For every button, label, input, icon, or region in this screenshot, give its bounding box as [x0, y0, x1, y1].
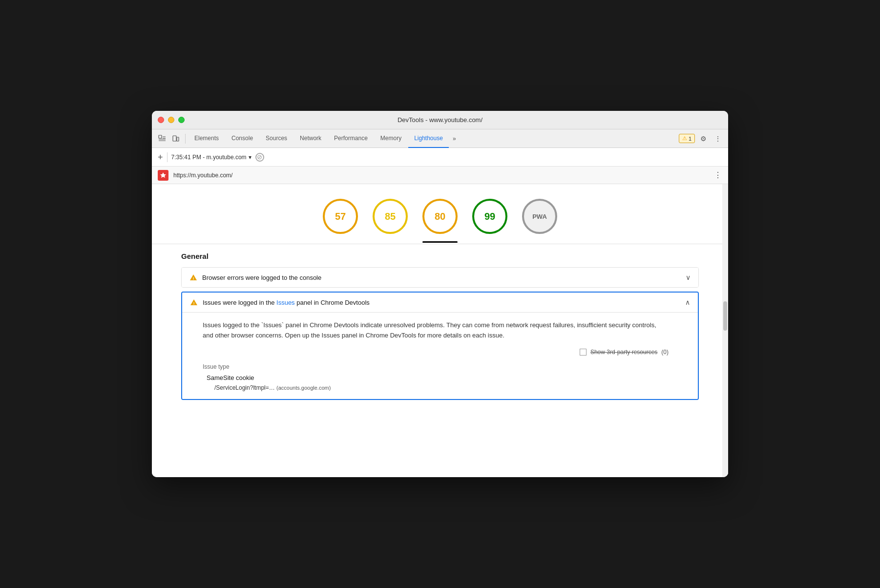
- scores-row: 57 85 80 99 PWA: [152, 194, 728, 244]
- tab-network[interactable]: Network: [294, 129, 327, 148]
- toolbar: + 7:35:41 PM - m.youtube.com ▾ ⊘: [152, 148, 728, 167]
- svg-marker-3: [160, 172, 166, 178]
- more-options-button[interactable]: ⋮: [712, 132, 724, 145]
- tab-performance[interactable]: Performance: [328, 129, 374, 148]
- audit-browser-errors-header[interactable]: ! Browser errors were logged to the cons…: [182, 268, 698, 287]
- issue-url: /ServiceLogin?ltmpl=… (accounts.google.c…: [203, 384, 669, 391]
- warning-icon-browser: !: [189, 273, 197, 281]
- section-title: General: [181, 252, 699, 260]
- tab-bar-right: ⚠ 1 ⚙ ⋮: [679, 132, 724, 145]
- count-badge: (0): [661, 349, 669, 356]
- block-icon[interactable]: ⊘: [255, 153, 264, 162]
- url-bar: https://m.youtube.com/ ⋮: [152, 167, 728, 184]
- tab-separator: [185, 134, 186, 144]
- score-pwa[interactable]: PWA: [522, 199, 557, 234]
- general-section: General ! Browser errors were logged to …: [152, 252, 728, 400]
- warning-icon-issues: !: [190, 298, 198, 306]
- tab-elements[interactable]: Elements: [189, 129, 225, 148]
- svg-text:!: !: [193, 301, 195, 306]
- svg-text:!: !: [193, 276, 194, 281]
- audit-issues-body: Issues logged to the `Issues` panel in C…: [182, 313, 698, 399]
- dropdown-arrow[interactable]: ▾: [249, 154, 251, 161]
- lighthouse-icon: [158, 170, 168, 181]
- device-toggle-icon[interactable]: [169, 132, 182, 145]
- close-button[interactable]: [158, 117, 164, 123]
- time-label: 7:35:41 PM - m.youtube.com ▾: [171, 154, 251, 161]
- svg-rect-1: [173, 136, 176, 141]
- add-tab-button[interactable]: +: [158, 153, 163, 162]
- score-best-practices[interactable]: 80: [422, 199, 458, 234]
- warning-icon: ⚠: [682, 135, 687, 142]
- url-display[interactable]: https://m.youtube.com/: [173, 172, 709, 179]
- title-bar: DevTools - www.youtube.com/: [152, 111, 728, 129]
- tab-sources[interactable]: Sources: [260, 129, 293, 148]
- issue-type-label: Issue type: [203, 363, 669, 370]
- traffic-lights: [158, 117, 185, 123]
- score-performance[interactable]: 57: [323, 199, 358, 234]
- tab-memory[interactable]: Memory: [375, 129, 407, 148]
- show-3rd-party-label: Show 3rd-party resources: [590, 349, 657, 356]
- svg-rect-2: [177, 137, 179, 141]
- issues-link[interactable]: Issues: [276, 299, 295, 306]
- inspect-icon[interactable]: [156, 132, 168, 145]
- tab-lighthouse[interactable]: Lighthouse: [408, 129, 449, 148]
- tab-console[interactable]: Console: [226, 129, 259, 148]
- active-score-indicator: [422, 241, 458, 243]
- audit-issues-label: Issues were logged in the Issues panel i…: [203, 299, 680, 306]
- audit-browser-errors-chevron[interactable]: ∨: [686, 273, 691, 281]
- svg-rect-0: [159, 135, 162, 138]
- score-seo[interactable]: 99: [472, 199, 507, 234]
- minimize-button[interactable]: [168, 117, 174, 123]
- audit-browser-errors: ! Browser errors were logged to the cons…: [181, 267, 699, 288]
- show-3rd-party-row: Show 3rd-party resources (0): [203, 349, 669, 356]
- scrollbar-thumb[interactable]: [723, 301, 727, 331]
- settings-button[interactable]: ⚙: [697, 132, 710, 145]
- section-divider: [152, 244, 728, 244]
- audit-issues-chevron[interactable]: ∧: [685, 298, 690, 306]
- issue-domain: (accounts.google.com): [276, 385, 331, 391]
- issue-category: SameSite cookie: [203, 374, 669, 381]
- show-3rd-party-checkbox[interactable]: [580, 349, 587, 356]
- window-title: DevTools - www.youtube.com/: [398, 116, 482, 124]
- scrollbar[interactable]: [722, 184, 728, 477]
- main-content: 57 85 80 99 PWA: [152, 184, 728, 477]
- url-more-button[interactable]: ⋮: [714, 170, 722, 180]
- toolbar-divider: [167, 152, 168, 162]
- warning-badge[interactable]: ⚠ 1: [679, 134, 695, 143]
- audit-issues-logged: ! Issues were logged in the Issues panel…: [181, 292, 699, 400]
- audit-description: Issues logged to the `Issues` panel in C…: [203, 320, 669, 341]
- maximize-button[interactable]: [178, 117, 185, 123]
- tab-more-button[interactable]: »: [450, 133, 459, 144]
- devtools-window: DevTools - www.youtube.com/ Elements Con…: [152, 111, 728, 477]
- audit-issues-logged-header[interactable]: ! Issues were logged in the Issues panel…: [182, 293, 698, 313]
- audit-browser-errors-label: Browser errors were logged to the consol…: [202, 274, 681, 281]
- tab-bar: Elements Console Sources Network Perform…: [152, 129, 728, 148]
- score-accessibility[interactable]: 85: [373, 199, 408, 234]
